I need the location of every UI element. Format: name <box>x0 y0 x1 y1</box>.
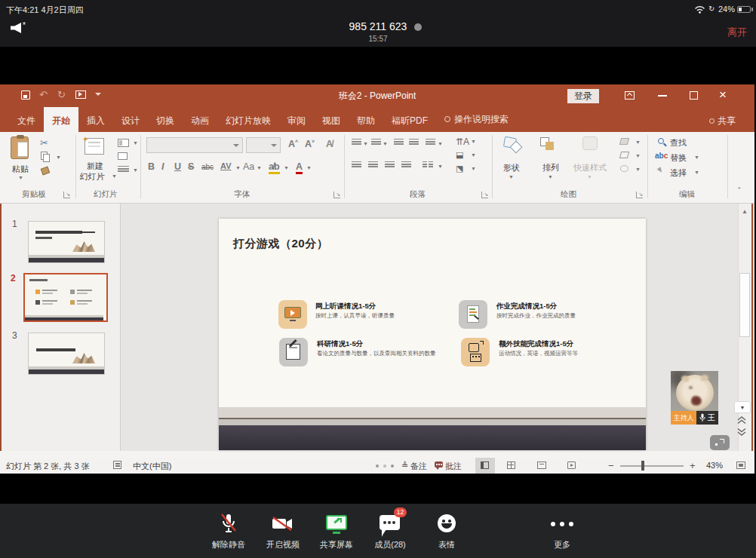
reset-icon[interactable] <box>118 152 128 160</box>
align-text-caret-icon[interactable]: ▼ <box>471 152 476 158</box>
italic-button[interactable]: I <box>161 161 164 172</box>
layout-icon[interactable] <box>118 139 129 147</box>
replace-caret-icon[interactable]: ▼ <box>694 155 699 160</box>
scrollbar-thumb[interactable] <box>739 273 750 337</box>
smartart-caret-icon[interactable]: ▼ <box>471 166 476 171</box>
bold-button[interactable]: B <box>148 161 155 172</box>
tab-animations[interactable]: 动画 <box>183 107 217 132</box>
zoom-slider-track[interactable] <box>620 465 684 467</box>
drawing-dialog-launcher-icon[interactable]: ↘ <box>636 192 643 198</box>
quick-styles-caret-icon[interactable]: ▼ <box>587 174 592 179</box>
tab-foxit-pdf[interactable]: 福昕PDF <box>383 107 436 132</box>
highlight-color-icon[interactable]: a̸b <box>269 161 280 174</box>
close-icon[interactable]: × <box>719 87 727 103</box>
normal-view-button[interactable] <box>475 458 495 474</box>
zoom-percent[interactable]: 43% <box>706 461 723 470</box>
new-slide-icon[interactable]: ✦ <box>85 138 104 155</box>
collapse-video-button[interactable] <box>710 435 730 450</box>
quick-styles-label[interactable]: 快速样式 <box>570 162 610 173</box>
numbering-caret-icon[interactable]: ▼ <box>383 141 388 146</box>
shape-fill-icon[interactable] <box>619 138 629 145</box>
smartart-icon[interactable]: ⬔ <box>456 164 463 173</box>
columns-caret-icon[interactable]: ▼ <box>438 164 443 169</box>
select-icon[interactable] <box>657 167 665 176</box>
leave-button[interactable]: 离开 <box>727 26 747 39</box>
quick-styles-icon[interactable] <box>582 136 598 150</box>
find-icon[interactable] <box>658 138 664 144</box>
cut-icon[interactable]: ✂ <box>40 137 48 149</box>
format-painter-icon[interactable] <box>41 167 50 176</box>
align-text-icon[interactable]: ⬓ <box>456 150 463 160</box>
meeting-number[interactable]: 985 211 623 <box>0 20 756 32</box>
grow-font-icon[interactable]: A˄ <box>288 139 298 149</box>
font-dialog-launcher-icon[interactable]: ↘ <box>333 192 340 198</box>
shrink-font-icon[interactable]: A˅ <box>305 139 315 149</box>
slide-2-thumbnail[interactable] <box>25 274 106 320</box>
bullets-icon[interactable] <box>352 139 361 148</box>
new-slide-caret-icon[interactable]: ▼ <box>112 173 117 179</box>
align-center-icon[interactable] <box>368 161 378 170</box>
find-label[interactable]: 查找 <box>670 137 687 149</box>
tab-transitions[interactable]: 切换 <box>148 107 183 132</box>
new-slide-label-2[interactable]: 幻灯片 <box>74 171 110 182</box>
clipboard-dialog-launcher-icon[interactable]: ↘ <box>63 192 70 198</box>
paste-caret-icon[interactable]: ▼ <box>18 175 23 180</box>
columns-icon[interactable] <box>423 161 433 170</box>
next-slide-icon[interactable] <box>737 428 746 436</box>
select-label[interactable]: 选择 <box>670 167 687 179</box>
zoom-in-button[interactable]: + <box>690 460 696 471</box>
select-caret-icon[interactable]: ▼ <box>694 170 699 175</box>
share-button[interactable]: 共享 <box>701 107 744 127</box>
tab-insert[interactable]: 插入 <box>78 107 113 132</box>
tab-slideshow[interactable]: 幻灯片放映 <box>217 107 279 132</box>
tab-view[interactable]: 视图 <box>314 107 349 132</box>
strikethrough-button[interactable]: S <box>188 161 194 172</box>
clear-format-icon[interactable]: A̸ <box>326 139 333 149</box>
text-direction-caret-icon[interactable]: ▼ <box>471 139 476 144</box>
more-button[interactable]: 更多 <box>521 504 604 558</box>
font-color-caret-icon[interactable]: ▼ <box>306 165 312 170</box>
copy-caret-icon[interactable]: ▼ <box>56 155 61 160</box>
notes-button[interactable]: 备注 <box>410 461 427 472</box>
highlight-caret-icon[interactable]: ▼ <box>284 165 289 170</box>
ribbon-display-options-icon[interactable] <box>625 91 635 100</box>
spellcheck-icon[interactable] <box>113 461 121 469</box>
change-case-icon[interactable]: Aa <box>243 161 254 172</box>
slide-1-thumbnail[interactable] <box>29 222 104 262</box>
slideshow-view-button[interactable] <box>567 461 576 469</box>
font-size-combo[interactable] <box>246 137 281 153</box>
scroll-up-icon[interactable]: ▲ <box>742 208 748 215</box>
slide-3-thumbnail[interactable] <box>29 333 104 374</box>
increase-indent-icon[interactable] <box>409 139 419 148</box>
replace-icon[interactable]: abc <box>655 152 668 160</box>
tab-design[interactable]: 设计 <box>113 107 148 132</box>
font-color-icon[interactable]: A <box>296 161 303 174</box>
numbering-icon[interactable] <box>371 139 381 148</box>
align-left-icon[interactable] <box>352 161 361 170</box>
justify-icon[interactable] <box>401 161 411 170</box>
arrange-label[interactable]: 排列 <box>537 162 564 173</box>
shapes-caret-icon[interactable]: ▼ <box>509 174 514 179</box>
slide-sorter-view-button[interactable] <box>507 461 515 469</box>
replace-label[interactable]: 替换 <box>670 152 687 164</box>
tab-file[interactable]: 文件 <box>9 107 44 132</box>
maximize-icon[interactable] <box>690 91 698 100</box>
copy-icon[interactable] <box>41 152 48 160</box>
emoji-button[interactable]: 表情 <box>405 504 488 558</box>
tab-review[interactable]: 审阅 <box>279 107 314 132</box>
shape-fill-caret-icon[interactable]: ▼ <box>635 140 641 145</box>
align-right-icon[interactable] <box>385 161 395 170</box>
shape-effects-caret-icon[interactable]: ▼ <box>635 167 641 172</box>
section-icon[interactable] <box>118 166 129 175</box>
collapse-ribbon-icon[interactable]: ⌃ <box>736 186 742 194</box>
notes-icon[interactable]: ≜ <box>401 461 408 471</box>
underline-button[interactable]: U <box>174 161 181 172</box>
paste-label[interactable]: 粘贴 <box>8 164 33 175</box>
scroll-down-icon[interactable]: ▼ <box>734 401 751 413</box>
fit-slide-icon[interactable] <box>736 461 745 469</box>
slide-canvas[interactable]: 打分游戏（20分） 网上听课情况1-5分 按时上课，认真早读，听课质量 作业完成… <box>219 219 646 450</box>
section-caret-icon[interactable]: ▼ <box>133 167 138 173</box>
text-direction-icon[interactable]: ⇈A <box>456 136 469 147</box>
comments-icon[interactable] <box>435 461 443 468</box>
minimize-icon[interactable] <box>658 95 667 97</box>
